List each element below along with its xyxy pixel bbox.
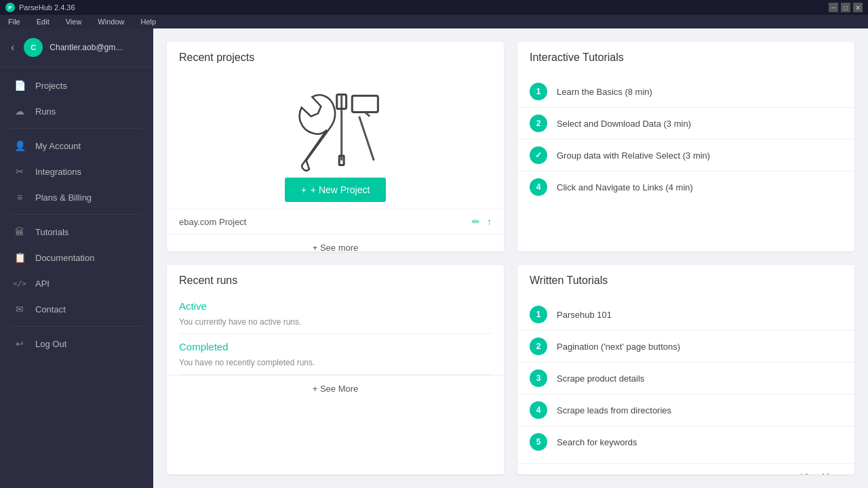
runs-icon: ☁	[14, 105, 26, 117]
menu-window[interactable]: Window	[95, 16, 127, 27]
minimize-button[interactable]: ─	[829, 3, 838, 12]
completed-message: You have no recently completed runs.	[167, 355, 504, 374]
sidebar-item-api[interactable]: </> API	[0, 270, 153, 296]
plans-billing-icon: ≡	[14, 191, 26, 203]
sidebar-item-label: Plans & Billing	[35, 192, 92, 203]
download-project-icon[interactable]: ↑	[487, 216, 492, 227]
sidebar: ‹ C Chantler.aob@gm... 📄 Projects ☁ Runs…	[0, 28, 153, 488]
svg-rect-4	[352, 96, 378, 112]
contact-icon: ✉	[14, 303, 26, 315]
title-bar: P ParseHub 2.4.36 ─ □ ✕	[0, 0, 868, 15]
sidebar-item-label: Documentation	[35, 253, 94, 263]
runs-see-more-label: + See More	[313, 384, 359, 394]
recent-runs-card: Recent runs Active You currently have no…	[167, 265, 504, 474]
written-tutorials-card: Written Tutorials 1 Parsehub 101 2 Pagin…	[517, 265, 854, 474]
written-tutorial-item[interactable]: 2 Pagination ('next' page buttons)	[517, 331, 854, 363]
maximize-button[interactable]: □	[841, 3, 850, 12]
menu-help[interactable]: Help	[138, 16, 159, 27]
written-tutorial-item[interactable]: 4 Scrape leads from directories	[517, 394, 854, 426]
plus-icon: +	[301, 184, 307, 195]
active-label: Active	[167, 293, 504, 314]
documentation-icon: 📋	[14, 251, 26, 264]
new-project-button[interactable]: + + New Project	[285, 178, 387, 202]
api-icon: </>	[14, 277, 26, 289]
menu-edit[interactable]: Edit	[34, 16, 52, 27]
sidebar-user[interactable]: ‹ C Chantler.aob@gm...	[0, 28, 153, 67]
tutorial-title: Click and Navigate to Links (4 min)	[557, 182, 693, 192]
sidebar-item-plans-billing[interactable]: ≡ Plans & Billing	[0, 184, 153, 210]
sidebar-nav: 📄 Projects ☁ Runs 👤 My Account ✂ Integra…	[0, 67, 153, 488]
written-badge-1: 1	[530, 306, 547, 323]
project-actions: ✏ ↑	[472, 216, 492, 227]
projects-icon: 📄	[14, 79, 26, 92]
tutorial-item[interactable]: ✓ Group data with Relative Select (3 min…	[517, 140, 854, 171]
nav-divider	[11, 326, 142, 327]
sidebar-item-label: API	[35, 279, 50, 289]
sidebar-item-tutorials[interactable]: 🏛 Tutorials	[0, 219, 153, 245]
written-tutorial-title: Search for keywords	[557, 437, 637, 447]
written-badge-2: 2	[530, 338, 547, 355]
recent-projects-card: Recent projects	[167, 42, 504, 251]
tutorial-item[interactable]: 1 Learn the Basics (8 min)	[517, 76, 854, 108]
written-tutorial-list: 1 Parsehub 101 2 Pagination ('next' page…	[517, 293, 854, 463]
sidebar-item-projects[interactable]: 📄 Projects	[0, 73, 153, 98]
see-more-link[interactable]: + See more	[167, 234, 504, 251]
tutorial-item[interactable]: 2 Select and Download Data (3 min)	[517, 108, 854, 140]
user-email: Chantler.aob@gm...	[50, 43, 122, 52]
menu-file[interactable]: File	[5, 16, 23, 27]
sidebar-item-label: Runs	[35, 106, 56, 117]
sidebar-item-label: Log Out	[35, 339, 66, 349]
written-tutorial-item[interactable]: 5 Search for keywords	[517, 426, 854, 458]
new-project-label: + New Project	[311, 184, 370, 195]
sidebar-item-documentation[interactable]: 📋 Documentation	[0, 245, 153, 270]
view-more-label: + View More	[793, 472, 842, 474]
written-badge-4: 4	[530, 401, 547, 419]
sidebar-item-label: Contact	[35, 304, 66, 314]
sidebar-item-label: My Account	[35, 141, 81, 151]
completed-label: Completed	[167, 334, 504, 355]
sidebar-item-contact[interactable]: ✉ Contact	[0, 296, 153, 322]
back-arrow-icon: ‹	[11, 41, 14, 54]
written-tutorial-item[interactable]: 1 Parsehub 101	[517, 299, 854, 331]
tutorial-badge-2: 2	[530, 115, 547, 132]
written-tutorial-title: Scrape product details	[557, 373, 644, 384]
sidebar-item-my-account[interactable]: 👤 My Account	[0, 133, 153, 159]
interactive-tutorials-title: Interactive Tutorials	[517, 42, 854, 70]
recent-runs-title: Recent runs	[167, 265, 504, 293]
tutorial-title: Group data with Relative Select (3 min)	[557, 150, 710, 161]
interactive-tutorial-list: 1 Learn the Basics (8 min) 2 Select and …	[517, 70, 854, 208]
written-tutorial-title: Pagination ('next' page buttons)	[557, 342, 680, 352]
runs-see-more-link[interactable]: + See More	[167, 375, 504, 402]
main-content: Recent projects	[153, 28, 868, 488]
tutorial-title: Select and Download Data (3 min)	[557, 119, 691, 129]
project-list-item: ebay.com Project ✏ ↑	[167, 209, 504, 234]
sidebar-item-runs[interactable]: ☁ Runs	[0, 98, 153, 124]
svg-line-3	[359, 117, 374, 161]
edit-project-icon[interactable]: ✏	[472, 216, 480, 227]
view-more-link[interactable]: + View More	[517, 463, 854, 474]
app-container: ‹ C Chantler.aob@gm... 📄 Projects ☁ Runs…	[0, 28, 868, 488]
tutorial-title: Learn the Basics (8 min)	[557, 87, 652, 97]
menu-view[interactable]: View	[63, 16, 85, 27]
written-badge-3: 3	[530, 369, 547, 387]
window-controls[interactable]: ─ □ ✕	[829, 3, 863, 12]
integrations-icon: ✂	[14, 165, 26, 178]
recent-projects-title: Recent projects	[167, 42, 504, 70]
my-account-icon: 👤	[14, 140, 26, 152]
written-tutorial-title: Parsehub 101	[557, 310, 612, 320]
close-button[interactable]: ✕	[853, 3, 863, 12]
nav-divider	[11, 214, 142, 215]
tutorial-item[interactable]: 4 Click and Navigate to Links (4 min)	[517, 171, 854, 203]
project-name: ebay.com Project	[179, 217, 246, 227]
sidebar-item-integrations[interactable]: ✂ Integrations	[0, 159, 153, 184]
tutorials-icon: 🏛	[14, 226, 26, 238]
tools-icon	[288, 84, 383, 172]
active-message: You currently have no active runs.	[167, 314, 504, 333]
avatar: C	[24, 38, 43, 57]
written-tutorial-item[interactable]: 3 Scrape product details	[517, 363, 854, 394]
tutorial-badge-4: 4	[530, 178, 547, 196]
sidebar-item-label: Integrations	[35, 167, 81, 177]
menu-bar: File Edit View Window Help	[0, 15, 868, 28]
written-badge-5: 5	[530, 433, 547, 451]
sidebar-item-logout[interactable]: ↩ Log Out	[0, 331, 153, 357]
